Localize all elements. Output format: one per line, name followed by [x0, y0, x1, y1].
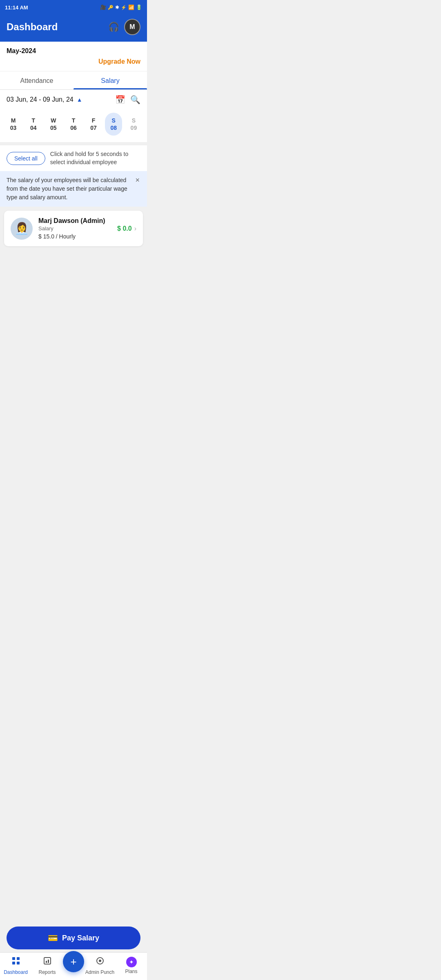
upgrade-row: Upgrade Now: [7, 58, 140, 65]
employee-card[interactable]: 👩‍💼 Marj Dawson (Admin) Salary $ 15.0 / …: [4, 211, 143, 246]
employee-salary-amount: $ 0.0: [117, 225, 132, 232]
date-range-text[interactable]: 03 Jun, 24 - 09 Jun, 24 ▲: [7, 96, 82, 103]
upgrade-now-link[interactable]: Upgrade Now: [98, 58, 140, 65]
employee-info: Marj Dawson (Admin) Salary $ 15.0 / Hour…: [38, 217, 111, 240]
day-item-fri[interactable]: F 07: [85, 113, 102, 136]
banner-card: May-2024 Upgrade Now: [0, 42, 147, 71]
tab-attendance[interactable]: Attendance: [0, 71, 74, 89]
select-hint-text: Click and hold for 5 seconds to select i…: [50, 150, 140, 166]
day-item-thu[interactable]: T 06: [65, 113, 82, 136]
info-banner: The salary of your employees will be cal…: [0, 171, 147, 207]
select-all-button[interactable]: Select all: [7, 152, 45, 165]
info-banner-text: The salary of your employees will be cal…: [7, 176, 131, 202]
chevron-right-icon: ›: [134, 225, 136, 232]
battery-saver-icon: ⚡: [121, 5, 127, 10]
employee-type: Salary: [38, 225, 111, 232]
day-item-mon[interactable]: M 03: [5, 113, 22, 136]
tabs-container: Attendance Salary: [0, 71, 147, 90]
date-range-label: 03 Jun, 24 - 09 Jun, 24: [7, 96, 74, 103]
employee-salary-right: $ 0.0 ›: [117, 225, 136, 232]
key-icon: 🔑: [108, 5, 114, 10]
bluetooth-icon: ✱: [115, 4, 119, 10]
header-icons: 🎧 M: [108, 19, 140, 35]
date-range-row: 03 Jun, 24 - 09 Jun, 24 ▲ 📅 🔍: [0, 90, 147, 109]
employee-name: Marj Dawson (Admin): [38, 217, 111, 225]
page-title: Dashboard: [7, 21, 58, 33]
date-range-actions: 📅 🔍: [115, 95, 140, 105]
wifi-icon: 📶: [128, 4, 134, 10]
status-icons: 🎥 🔑 ✱ ⚡ 📶 🔋: [100, 4, 142, 10]
chevron-up-icon: ▲: [77, 96, 82, 103]
battery-icon: 🔋: [136, 4, 142, 10]
day-item-tue[interactable]: T 04: [25, 113, 42, 136]
employee-avatar: 👩‍💼: [11, 218, 33, 240]
info-banner-close[interactable]: ×: [134, 176, 140, 185]
app-header: Dashboard 🎧 M: [0, 15, 147, 42]
day-item-wed[interactable]: W 05: [45, 113, 62, 136]
employee-rate: $ 15.0 / Hourly: [38, 233, 111, 240]
day-selector: M 03 T 04 W 05 T 06 F 07 S 08 S 09: [0, 109, 147, 142]
select-all-row: Select all Click and hold for 5 seconds …: [0, 145, 147, 171]
avatar[interactable]: M: [124, 19, 140, 35]
calendar-icon[interactable]: 📅: [115, 95, 125, 105]
banner-month: May-2024: [7, 47, 140, 55]
tab-salary[interactable]: Salary: [74, 71, 147, 89]
day-item-sat[interactable]: S 08: [105, 113, 122, 136]
support-icon[interactable]: 🎧: [108, 22, 119, 32]
employee-avatar-icon: 👩‍💼: [15, 222, 29, 235]
day-item-sun[interactable]: S 09: [125, 113, 142, 136]
avatar-letter: M: [129, 23, 135, 31]
status-time: 11:14 AM: [5, 4, 28, 11]
screen-record-icon: 🎥: [100, 4, 106, 10]
status-bar: 11:14 AM 🎥 🔑 ✱ ⚡ 📶 🔋: [0, 0, 147, 15]
search-icon[interactable]: 🔍: [130, 95, 140, 105]
